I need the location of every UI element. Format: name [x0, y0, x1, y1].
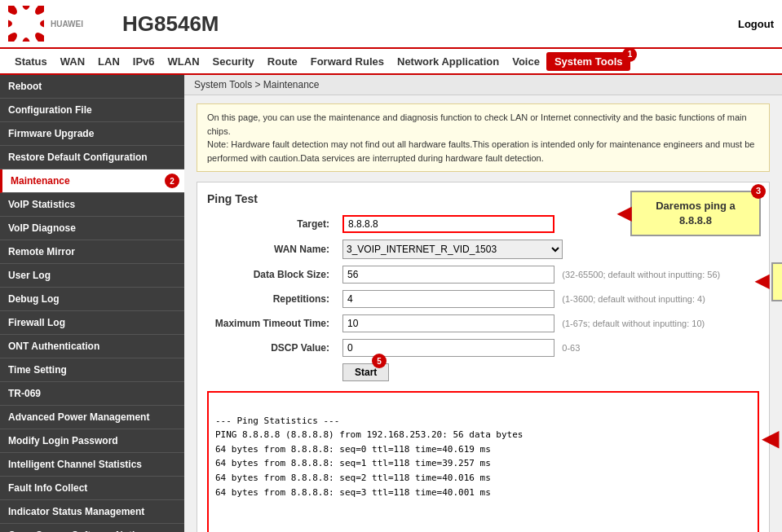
nav-system-tools[interactable]: System Tools 1: [546, 52, 631, 71]
svg-point-6: [8, 20, 12, 28]
badge-1: 1: [622, 47, 637, 62]
badge-3: 3: [751, 184, 766, 199]
form-row-repetitions: Repetitions: (1-3600; default without in…: [207, 287, 759, 311]
svg-point-7: [8, 6, 20, 17]
info-box: On this page, you can use the maintenanc…: [197, 103, 770, 172]
sidebar-item-power-mgmt[interactable]: Advanced Power Management: [0, 406, 184, 429]
repetitions-hint: (1-3600; default without inputting: 4): [562, 294, 705, 304]
target-label: Target:: [207, 212, 338, 236]
nav-security[interactable]: Security: [206, 52, 261, 71]
huawei-logo-icon: [8, 6, 44, 42]
timeout-label: Maximum Timeout Time:: [207, 311, 338, 336]
sidebar-item-tr069[interactable]: TR-069: [0, 382, 184, 406]
nav-network-app[interactable]: Network Application: [391, 52, 506, 71]
sidebar-item-debug-log[interactable]: Debug Log: [0, 288, 184, 311]
blocksize-hint: (32-65500; default without inputting: 56…: [562, 270, 720, 279]
badge-5: 5: [372, 354, 387, 368]
nav-ipv6[interactable]: IPv6: [126, 52, 161, 71]
svg-point-1: [33, 6, 44, 17]
svg-point-3: [33, 30, 44, 42]
ping-test-section: Ping Test Daremos ping a 8.8.8.8 ◀ 3 Tar…: [197, 182, 770, 532]
badge-2: 2: [165, 174, 179, 188]
timeout-hint: (1-67s; default without inputting: 10): [562, 319, 705, 328]
main-content: System Tools > Maintenance On this page,…: [184, 75, 782, 532]
nav-wan[interactable]: WAN: [54, 52, 91, 71]
nav-voice[interactable]: Voice: [506, 52, 546, 71]
form-row-wan: WAN Name: 3_VOIP_INTERNET_R_VID_1503: [207, 236, 759, 262]
sidebar-item-firewall-log[interactable]: Firewall Log: [0, 311, 184, 335]
timeout-input[interactable]: [342, 314, 554, 332]
blocksize-input[interactable]: [342, 266, 554, 284]
sidebar-item-voip-diagnose[interactable]: VoIP Diagnose: [0, 217, 184, 240]
callout-4: Escogemos la WAN que acabamos de crear ◀…: [771, 262, 782, 301]
sidebar-item-restore[interactable]: Restore Default Configuration: [0, 146, 184, 169]
form-row-start: Start 5: [207, 360, 759, 385]
repetitions-label: Repetitions:: [207, 287, 338, 311]
logout-button[interactable]: Logout: [738, 18, 774, 30]
dscp-hint: 0-63: [562, 343, 580, 353]
target-input[interactable]: [342, 215, 554, 233]
arrow-left-icon: ◀: [762, 424, 780, 451]
ping-output: --- Ping Statistics --- PING 8.8.8.8 (8.…: [207, 391, 759, 532]
dscp-label: DSCP Value:: [207, 336, 338, 360]
sidebar-item-firmware[interactable]: Firmware Upgrade: [0, 122, 184, 146]
nav-lan[interactable]: LAN: [91, 52, 126, 71]
svg-point-2: [40, 20, 44, 28]
svg-point-5: [8, 30, 20, 42]
repetitions-input[interactable]: [342, 290, 554, 308]
nav-status[interactable]: Status: [8, 52, 54, 71]
logout-area: Logout: [738, 18, 774, 30]
sidebar-item-fault-info[interactable]: Fault Info Collect: [0, 477, 184, 500]
svg-point-4: [22, 37, 30, 42]
nav-wlan[interactable]: WLAN: [161, 52, 206, 71]
sidebar-item-remote-mirror[interactable]: Remote Mirror: [0, 240, 184, 264]
sidebar-item-indicator-status[interactable]: Indicator Status Management: [0, 500, 184, 524]
sidebar-item-user-log[interactable]: User Log: [0, 264, 184, 288]
blocksize-label: Data Block Size:: [207, 262, 338, 287]
sidebar-item-ont-auth[interactable]: ONT Authentication: [0, 335, 184, 358]
sidebar-item-maintenance[interactable]: Maintenance 2: [0, 169, 184, 193]
sidebar-item-config-file[interactable]: Configuration File: [0, 99, 184, 122]
sidebar-item-voip-stats[interactable]: VoIP Statistics: [0, 193, 184, 217]
ping-callout-6-area: ◀ Ping exitoso 6: [762, 424, 782, 452]
breadcrumb: System Tools > Maintenance: [184, 75, 782, 95]
wan-label: WAN Name:: [207, 236, 338, 262]
form-row-dscp: DSCP Value: 0-63: [207, 336, 759, 360]
nav-route[interactable]: Route: [261, 52, 304, 71]
device-brand: HG8546M: [122, 11, 219, 37]
ping-output-container: --- Ping Statistics --- PING 8.8.8.8 (8.…: [207, 391, 759, 532]
company-name: HUAWEI: [51, 20, 83, 29]
svg-point-0: [22, 6, 30, 10]
sidebar-item-open-source[interactable]: Open Source Software Notice: [0, 524, 184, 532]
form-row-blocksize: Data Block Size: (32-65500; default with…: [207, 262, 759, 287]
wan-select[interactable]: 3_VOIP_INTERNET_R_VID_1503: [342, 240, 563, 259]
form-row-timeout: Maximum Timeout Time: (1-67s; default wi…: [207, 311, 759, 336]
logo-area: HUAWEI: [8, 6, 114, 42]
nav-forward-rules[interactable]: Forward Rules: [304, 52, 391, 71]
sidebar-item-reboot[interactable]: Reboot: [0, 75, 184, 99]
sidebar: Reboot Configuration File Firmware Upgra…: [0, 75, 184, 532]
ping-form-table: Target: WAN Name: 3_VOIP_INTERNET_R_VID_…: [207, 212, 759, 385]
sidebar-item-channel-stats[interactable]: Intelligent Channel Statistics: [0, 453, 184, 477]
navbar: Status WAN LAN IPv6 WLAN Security Route …: [0, 49, 782, 75]
sidebar-item-time-setting[interactable]: Time Setting: [0, 358, 184, 382]
callout-3: Daremos ping a 8.8.8.8 ◀ 3: [630, 191, 761, 236]
sidebar-item-modify-login[interactable]: Modify Login Password: [0, 429, 184, 453]
